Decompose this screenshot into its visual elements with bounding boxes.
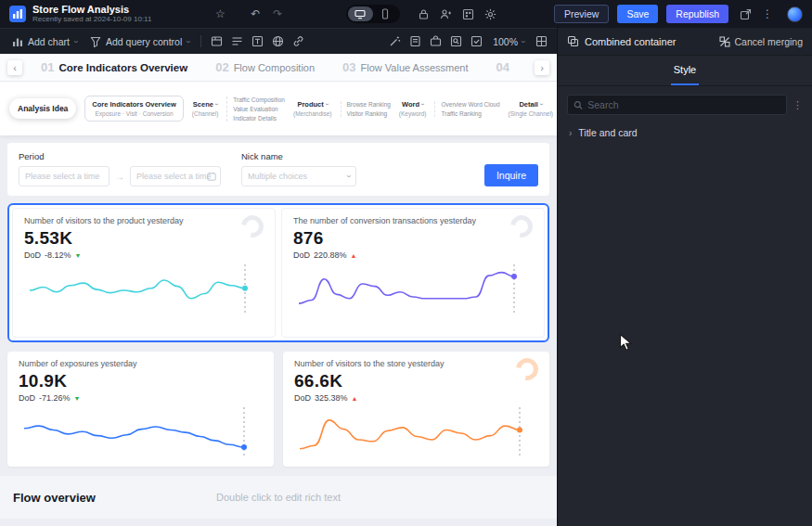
settings-gear-icon[interactable] (480, 8, 502, 20)
nickname-select[interactable]: Multiple choices › (241, 166, 356, 186)
mobile-mode-icon[interactable] (373, 6, 398, 21)
flow-child[interactable]: Browse Ranking (347, 101, 391, 108)
document-title: Store Flow Analysis (32, 4, 151, 15)
favorite-star-icon[interactable]: ☆ (209, 7, 231, 20)
flow-children-word: Overview Word Cloud Traffic Ranking (434, 101, 499, 117)
search-component-icon[interactable] (445, 29, 466, 55)
nickname-label: Nick name (241, 151, 356, 161)
arrow-right-icon: → (115, 172, 124, 182)
sparkline-chart (19, 405, 263, 459)
qr-preview-icon[interactable] (458, 8, 480, 20)
flow-node-core-indicators[interactable]: Core Indicators Overview Exposure · Visi… (84, 96, 183, 122)
tab-number: 04 (496, 60, 509, 74)
flow-node-word[interactable]: Word› (Keyword) (399, 100, 427, 117)
link-icon[interactable] (288, 29, 308, 55)
text-block-icon[interactable] (247, 29, 267, 55)
zoom-level-dropdown[interactable]: 100% › (486, 36, 531, 47)
toolbar-divider (200, 35, 201, 47)
trend-down-icon: ▼ (75, 252, 82, 259)
resource-package-icon[interactable] (425, 29, 445, 55)
flow-children-product: Browse Ranking Visitor Ranking (341, 101, 391, 117)
theme-wand-icon[interactable] (384, 29, 405, 55)
chevron-down-icon: › (419, 103, 426, 105)
collaborate-icon[interactable] (435, 8, 458, 20)
panel-tab-bar: Style (558, 56, 812, 86)
lock-icon[interactable] (413, 8, 435, 20)
rich-text-heading: Flow overview (13, 491, 134, 505)
list-layout-icon[interactable] (226, 29, 247, 55)
panel-search-row: ⋮ (558, 86, 812, 121)
kpi-card-exposures[interactable]: Number of exposures yesterday 10.9K DoD … (7, 352, 274, 467)
save-status: Recently saved at 2024-10-09 10:11 (32, 16, 151, 24)
flow-root-node[interactable]: Analysis Idea (9, 98, 76, 119)
republish-button[interactable]: Republish (666, 5, 728, 23)
flow-child[interactable]: Overview Word Cloud (441, 101, 499, 108)
search-icon (574, 100, 583, 110)
add-query-control-label: Add query control (106, 36, 182, 47)
redo-icon[interactable]: ↷ (266, 7, 289, 20)
web-page-icon[interactable] (267, 29, 288, 55)
flow-child[interactable]: Visitor Ranking (347, 110, 391, 117)
flow-children-scene: Traffic Composition Value Evaluation Ind… (226, 96, 285, 122)
dod-change: 220.88% (314, 250, 347, 260)
tabs-scroll-left-button[interactable]: ‹ (7, 60, 22, 75)
dashboard-canvas: ‹ 01 Core Indicators Overview 02 Flow Co… (0, 54, 557, 526)
cancel-merging-button[interactable]: Cancel merging (719, 36, 803, 47)
desktop-mode-icon[interactable] (348, 6, 373, 21)
device-mode-toggle[interactable] (346, 5, 400, 23)
page-tab-flow-composition[interactable]: 02 Flow Composition (215, 60, 315, 74)
undo-icon[interactable]: ↶ (244, 7, 266, 20)
rich-text-placeholder[interactable]: Double click to edit rich text (134, 492, 423, 503)
style-settings-panel: Combined container Cancel merging Style … (557, 28, 812, 526)
kpi-card-store-visitors[interactable]: Number of visitors to the store yesterda… (283, 352, 549, 467)
app-logo-icon[interactable] (9, 6, 26, 22)
inquire-button[interactable]: Inquire (484, 164, 538, 186)
save-button[interactable]: Save (617, 5, 658, 23)
export-icon[interactable] (734, 8, 756, 20)
tabs-scroll-right-button[interactable]: › (535, 60, 549, 75)
sparkline-chart (293, 263, 533, 316)
flow-node-detail[interactable]: Detail› (Single Channel) (509, 100, 553, 117)
page-tab-bar: ‹ 01 Core Indicators Overview 02 Flow Co… (0, 54, 557, 82)
combined-container-icon (567, 35, 579, 47)
style-search-box[interactable] (567, 95, 787, 115)
sparkline-chart (294, 405, 538, 459)
dod-change: -8.12% (45, 250, 71, 260)
page-tab-flow-value[interactable]: 03 Flow Value Assessment (342, 60, 468, 74)
page-tab-partial[interactable]: 04 (496, 60, 509, 74)
preview-button[interactable]: Preview (554, 5, 609, 23)
tab-container-icon[interactable] (206, 29, 226, 55)
grid-layout-icon[interactable] (531, 29, 551, 55)
flow-child[interactable]: Value Evaluation (233, 106, 285, 112)
zoom-level-value: 100% (493, 36, 518, 47)
flow-child[interactable]: Indicator Details (233, 115, 285, 122)
kpi-card-conversions[interactable]: The number of conversion transactions ye… (281, 208, 545, 338)
report-settings-icon[interactable] (405, 29, 425, 55)
period-end-input[interactable] (130, 166, 221, 186)
chevron-down-icon: › (323, 103, 329, 105)
user-avatar[interactable] (787, 6, 803, 22)
chevron-down-icon: › (71, 40, 80, 43)
flow-node-scene[interactable]: Scene› (Channel) (192, 100, 219, 117)
search-options-kebab-icon[interactable]: ⋮ (793, 99, 803, 111)
add-chart-button[interactable]: Add chart › (6, 29, 84, 55)
page-tab-core-indicators[interactable]: 01 Core Indicators Overview (41, 60, 187, 74)
more-options-kebab-icon[interactable]: ⋮ (756, 7, 779, 20)
period-start-input[interactable] (19, 166, 110, 186)
kpi-card-product-visitors[interactable]: Number of visitors to the product yester… (12, 208, 276, 338)
dod-label: DoD (24, 250, 41, 260)
tab-number: 02 (215, 60, 228, 74)
dod-change: -71.26% (39, 393, 71, 403)
selected-combined-container[interactable]: Number of visitors to the product yester… (7, 203, 549, 342)
rich-text-block[interactable]: Flow overview Double click to edit rich … (0, 476, 557, 519)
section-title-and-card[interactable]: › Title and card (558, 121, 812, 145)
flow-child[interactable]: Traffic Composition (233, 96, 285, 103)
style-search-input[interactable] (587, 99, 780, 110)
flow-child[interactable]: Traffic Ranking (441, 110, 499, 117)
add-query-control-button[interactable]: Add query control › (84, 29, 196, 55)
tab-style[interactable]: Style (671, 56, 699, 85)
trend-up-icon: ▲ (351, 252, 357, 259)
flow-node-product[interactable]: Product› (Merchandise) (293, 100, 332, 117)
tab-label: Flow Value Assessment (361, 62, 469, 73)
checklist-icon[interactable] (466, 29, 486, 55)
